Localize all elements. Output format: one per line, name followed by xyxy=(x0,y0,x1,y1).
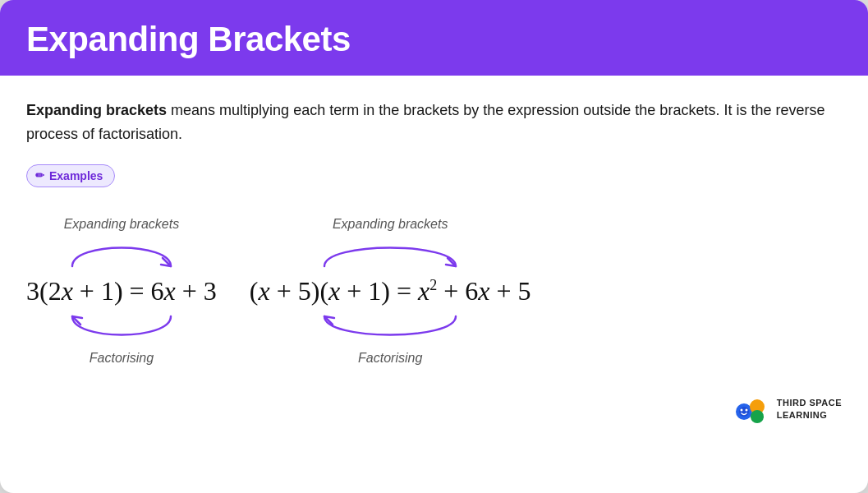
brand-logo-svg xyxy=(733,394,769,425)
description-bold: Expanding brackets xyxy=(26,102,167,118)
card-body: Expanding brackets means multiplying eac… xyxy=(0,76,868,385)
brand-line1: THIRD SPACE xyxy=(777,397,842,408)
brand-text: THIRD SPACE LEARNING xyxy=(777,397,842,421)
pencil-icon: ✏ xyxy=(35,169,44,182)
brand-line2: LEARNING xyxy=(777,409,842,421)
example-block-1: Expanding brackets 3(2x + 1) = 6x + 3 xyxy=(26,217,217,366)
example-block-2: Expanding brackets (x + 5)(x + 1) = x2 +… xyxy=(250,217,531,366)
page-title: Expanding Brackets xyxy=(26,20,842,59)
top-arrow-1 xyxy=(26,235,217,271)
card: Expanding Brackets Expanding brackets me… xyxy=(0,0,868,493)
examples-badge[interactable]: ✏ Examples xyxy=(26,164,115,187)
brand-area: THIRD SPACE LEARNING xyxy=(0,385,868,438)
examples-wrapper: Expanding brackets 3(2x + 1) = 6x + 3 xyxy=(26,217,842,366)
svg-point-2 xyxy=(751,410,764,423)
expanding-label-1: Expanding brackets xyxy=(64,217,180,232)
formula-2: (x + 5)(x + 1) = x2 + 6x + 5 xyxy=(250,276,531,306)
factorising-label-2: Factorising xyxy=(358,351,422,366)
expanding-label-2: Expanding brackets xyxy=(333,217,448,232)
badge-label: Examples xyxy=(49,169,103,182)
bottom-arrow-2 xyxy=(250,311,531,348)
factorising-label-1: Factorising xyxy=(90,351,154,366)
card-header: Expanding Brackets xyxy=(0,0,868,76)
svg-point-4 xyxy=(740,408,742,411)
svg-point-5 xyxy=(745,408,747,411)
bottom-arrow-1 xyxy=(26,311,217,348)
description-text: Expanding brackets means multiplying eac… xyxy=(26,99,842,146)
formula-1: 3(2x + 1) = 6x + 3 xyxy=(26,276,217,306)
top-arrow-2 xyxy=(250,235,531,271)
